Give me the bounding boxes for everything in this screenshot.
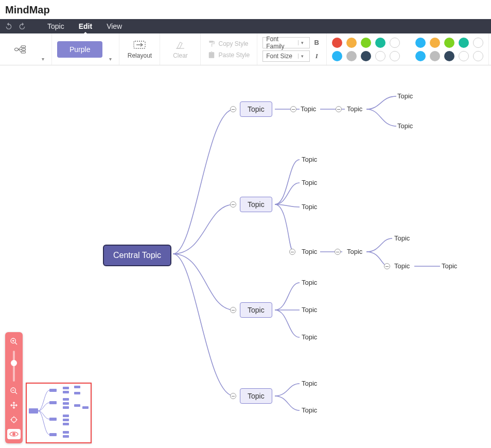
node-topic[interactable]: Topic [240, 101, 272, 117]
italic-button[interactable]: I [312, 50, 321, 62]
svg-rect-4 [21, 45, 25, 47]
zoom-out-button[interactable] [9, 386, 19, 396]
toolbar: ▾ Purple ▾ Relayout Clear Copy Style [0, 33, 491, 65]
svg-rect-5 [22, 48, 26, 50]
svg-point-22 [11, 417, 16, 422]
color-swatch[interactable] [346, 38, 357, 48]
move-icon [10, 401, 18, 409]
zoom-in-button[interactable] [9, 336, 19, 347]
collapse-toggle[interactable] [230, 106, 236, 112]
leaf-topic[interactable]: Topic [302, 333, 317, 341]
color-swatch[interactable] [473, 51, 483, 61]
svg-line-18 [15, 392, 17, 394]
menu-bar: Topic Edit View [0, 19, 491, 33]
fit-button[interactable] [9, 415, 19, 425]
font-size-select[interactable]: Font Size▾ [262, 50, 310, 62]
color-swatch[interactable] [430, 51, 440, 61]
menu-edit[interactable]: Edit [73, 20, 98, 32]
redo-button[interactable] [16, 21, 28, 31]
relayout-button[interactable]: Relayout [125, 35, 154, 64]
app-title: MindMap [0, 0, 491, 19]
menu-topic[interactable]: Topic [41, 20, 71, 32]
font-family-select[interactable]: Font Family▾ [262, 37, 310, 48]
node-topic[interactable]: Topic [240, 197, 272, 212]
color-palette [327, 33, 489, 65]
leaf-topic[interactable]: Topic [347, 105, 362, 113]
undo-icon [5, 22, 13, 30]
copy-style-button[interactable]: Copy Style [206, 39, 252, 48]
node-topic[interactable]: Topic [240, 302, 272, 318]
color-swatch[interactable] [473, 38, 483, 48]
leaf-topic[interactable]: Topic [302, 306, 317, 314]
paint-roller-icon [208, 40, 215, 47]
eye-icon [9, 430, 19, 438]
layout-style-button[interactable] [5, 35, 35, 64]
color-swatch[interactable] [375, 38, 385, 48]
color-swatch[interactable] [346, 51, 357, 61]
leaf-topic[interactable]: Topic [302, 156, 317, 163]
color-swatch[interactable] [430, 38, 440, 48]
minimap-toggle[interactable] [7, 429, 21, 439]
clear-button[interactable]: Clear [165, 35, 195, 64]
collapse-toggle[interactable] [336, 106, 342, 112]
leaf-topic[interactable]: Topic [442, 262, 457, 270]
leaf-topic[interactable]: Topic [302, 380, 317, 387]
color-swatch[interactable] [332, 51, 342, 61]
minimap[interactable] [26, 383, 92, 443]
bold-button[interactable]: B [312, 37, 321, 48]
leaf-topic[interactable]: Topic [301, 105, 316, 113]
theme-button[interactable]: Purple [57, 41, 102, 58]
layout-icon [14, 44, 26, 55]
color-swatch[interactable] [415, 38, 426, 48]
leaf-topic[interactable]: Topic [397, 92, 413, 100]
color-swatch[interactable] [361, 38, 371, 48]
svg-line-3 [18, 49, 21, 52]
leaf-topic[interactable]: Topic [302, 279, 317, 286]
clear-icon [174, 40, 186, 50]
leaf-topic[interactable]: Topic [302, 179, 317, 186]
leaf-topic[interactable]: Topic [397, 122, 413, 130]
target-icon [10, 416, 18, 424]
leaf-topic[interactable]: Topic [394, 234, 410, 242]
leaf-topic[interactable]: Topic [302, 248, 317, 255]
leaf-topic[interactable]: Topic [394, 262, 410, 270]
color-swatch[interactable] [375, 51, 385, 61]
color-swatch[interactable] [444, 51, 454, 61]
relayout-icon [133, 40, 146, 50]
zoom-slider[interactable] [13, 351, 15, 382]
color-swatch[interactable] [415, 51, 426, 61]
collapse-toggle[interactable] [289, 249, 295, 255]
zoom-out-icon [10, 387, 18, 395]
collapse-toggle[interactable] [230, 201, 236, 208]
collapse-toggle[interactable] [230, 393, 236, 399]
svg-point-0 [14, 48, 18, 51]
leaf-topic[interactable]: Topic [302, 406, 317, 414]
collapse-toggle[interactable] [335, 249, 341, 255]
collapse-toggle[interactable] [230, 307, 236, 313]
theme-dropdown[interactable]: ▾ [107, 56, 114, 62]
color-swatch[interactable] [459, 38, 469, 48]
node-central[interactable]: Central Topic [103, 245, 171, 266]
color-swatch[interactable] [332, 38, 342, 48]
svg-line-14 [15, 342, 17, 344]
svg-line-1 [18, 47, 21, 49]
color-swatch[interactable] [390, 38, 400, 48]
undo-button[interactable] [3, 21, 14, 31]
mindmap-canvas[interactable]: Central Topic Topic Topic Topic Topic To… [0, 65, 491, 448]
menu-view[interactable]: View [100, 20, 128, 32]
svg-rect-6 [21, 51, 25, 53]
collapse-toggle[interactable] [290, 106, 296, 112]
node-topic[interactable]: Topic [240, 388, 272, 404]
color-swatch[interactable] [459, 51, 469, 61]
paste-icon [208, 51, 215, 59]
layout-dropdown[interactable]: ▾ [39, 56, 46, 62]
color-swatch[interactable] [444, 38, 454, 48]
pan-button[interactable] [9, 400, 19, 410]
redo-icon [18, 22, 26, 30]
leaf-topic[interactable]: Topic [302, 203, 317, 211]
color-swatch[interactable] [390, 51, 400, 61]
color-swatch[interactable] [361, 51, 371, 61]
leaf-topic[interactable]: Topic [347, 248, 362, 255]
paste-style-button[interactable]: Paste Style [206, 50, 252, 60]
collapse-toggle[interactable] [384, 263, 390, 269]
